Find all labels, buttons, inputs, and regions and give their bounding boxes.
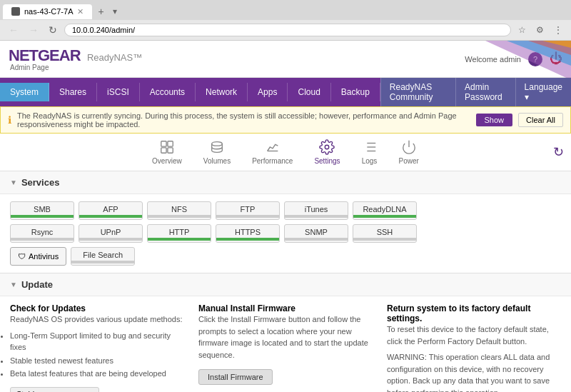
service-rsync-button[interactable]: Rsync [10,224,74,243]
nav-admin-password-tab[interactable]: Admin Password [455,78,515,106]
service-ftp-button[interactable]: FTP [216,201,280,220]
update-section-header[interactable]: ▼ Update [0,273,571,296]
update-arrow-icon: ▼ [10,281,17,288]
service-afp-button[interactable]: AFP [79,201,143,220]
services-section-header[interactable]: ▼ Services [0,171,571,194]
icon-bar: Overview Volumes Performance Settings [0,134,571,171]
settings-icon-item[interactable]: Settings [314,139,340,165]
update-col1: Check for Updates ReadyNAS OS provides v… [10,303,184,392]
service-http-button[interactable]: HTTP [147,224,211,243]
new-tab-button[interactable]: + [92,3,109,20]
tab-close-icon[interactable]: ✕ [77,7,84,16]
reload-button[interactable]: ↻ [46,23,60,37]
power-label: Power [399,157,419,165]
bullet-2: Stable tested newest features [10,355,184,367]
snmp-indicator [285,238,348,241]
notification-text: The ReadyNAS is currently syncing. Durin… [17,111,470,129]
volumes-label: Volumes [203,157,231,165]
update-col1-text: ReadyNAS OS provides various update meth… [10,313,184,326]
logs-icon [362,139,378,155]
update-col2-heading: Manual Install Firmware [198,303,373,313]
svg-rect-7 [168,148,173,153]
nav-right-tabs: ReadyNAS Community Admin Password Langua… [380,78,571,106]
services-section: ▼ Services SMB AFP [0,171,571,273]
nav-tab-apps[interactable]: Apps [248,83,288,101]
services-section-title: Services [21,177,60,188]
service-smb-button[interactable]: SMB [10,201,74,220]
nav-tab-iscsi[interactable]: iSCSI [97,83,140,101]
ftp-indicator [216,215,279,218]
performance-label: Performance [252,157,293,165]
service-filesearch-button[interactable]: File Search [71,247,135,266]
nav-tab-network[interactable]: Network [196,83,248,101]
services-row-1: SMB AFP NFS FTP [10,201,561,220]
nav-community-tab[interactable]: ReadyNAS Community [380,78,455,106]
bookmark-icon[interactable]: ☆ [515,24,529,36]
nfs-indicator [148,215,211,218]
tab-favicon [11,7,20,16]
nav-tab-cloud[interactable]: Cloud [288,83,330,101]
notification-icon: ℹ [8,114,11,126]
performance-icon-item[interactable]: Performance [252,139,293,165]
svg-rect-4 [161,141,166,146]
menu-icon[interactable]: ⋮ [551,24,565,36]
bullet-3: Beta latest features that are being deve… [10,368,184,380]
shield-icon: 🛡 [18,252,26,261]
nav-tab-shares[interactable]: Shares [49,83,97,101]
notification-show-button[interactable]: Show [476,114,513,126]
service-nfs-button[interactable]: NFS [147,201,211,220]
update-col3: Return system to its factory default set… [387,303,561,392]
notification-bar: ℹ The ReadyNAS is currently syncing. Dur… [0,106,571,134]
https-indicator [216,238,279,241]
address-input[interactable] [64,24,511,36]
triangle-decoration [428,41,571,78]
update-col3-text2: WARNING: This operation clears ALL data … [387,351,561,392]
tab-title: nas-43-C7-7A [24,7,73,16]
update-channel-select[interactable]: Stable Long-Term Support Beta [10,387,99,393]
svg-rect-6 [161,148,166,153]
logs-icon-item[interactable]: Logs [362,139,378,165]
chevron-down-icon[interactable]: ▾ [110,6,120,16]
extensions-icon[interactable]: ⚙ [533,24,547,36]
service-itunes-button[interactable]: iTunes [284,201,348,220]
refresh-button[interactable]: ↻ [553,144,564,160]
service-ssh-button[interactable]: SSH [353,224,417,243]
ssh-indicator [353,238,416,241]
volumes-icon [209,139,225,155]
nav-tab-backup[interactable]: Backup [331,83,380,101]
overview-icon [159,139,175,155]
nav-language-tab[interactable]: Language ▾ [515,78,571,106]
update-bullets: Long-Term Support limited to bug and sec… [10,330,184,380]
nav-tabs: System Shares iSCSI Accounts Network App… [0,78,571,106]
nav-tab-system[interactable]: System [0,83,49,101]
itunes-indicator [285,215,348,218]
services-arrow-icon: ▼ [10,179,17,186]
overview-icon-item[interactable]: Overview [152,139,182,165]
service-readydlna-button[interactable]: ReadyDLNA [353,201,417,220]
services-row-2: Rsync UPnP HTTP HTTPS [10,224,561,243]
performance-icon [265,139,281,155]
service-https-button[interactable]: HTTPS [216,224,280,243]
service-upnp-button[interactable]: UPnP [79,224,143,243]
nav-tab-accounts[interactable]: Accounts [140,83,196,101]
antivirus-button[interactable]: 🛡 Antivirus [10,247,66,266]
notification-clear-button[interactable]: Clear All [518,113,563,127]
logo-netgear: NETGEAR ReadyNAS™ Admin Page [9,46,142,71]
afp-indicator [79,215,142,218]
power-icon-item[interactable]: Power [399,139,419,165]
smb-indicator [11,215,74,218]
browser-tab[interactable]: nas-43-C7-7A ✕ [3,4,92,19]
update-section: ▼ Update Check for Updates ReadyNAS OS p… [0,273,571,392]
update-col1-heading: Check for Updates [10,303,184,313]
filesearch-indicator [71,261,134,263]
upnp-indicator [79,238,142,241]
service-snmp-button[interactable]: SNMP [284,224,348,243]
back-button[interactable]: ← [6,23,21,37]
settings-label: Settings [314,157,340,165]
power-icon [401,139,417,155]
forward-button[interactable]: → [26,23,41,37]
browser-chrome: nas-43-C7-7A ✕ + ▾ ← → ↻ ☆ ⚙ ⋮ [0,0,571,41]
http-indicator [148,238,211,241]
install-firmware-button[interactable]: Install Firmware [198,369,273,385]
volumes-icon-item[interactable]: Volumes [203,139,231,165]
